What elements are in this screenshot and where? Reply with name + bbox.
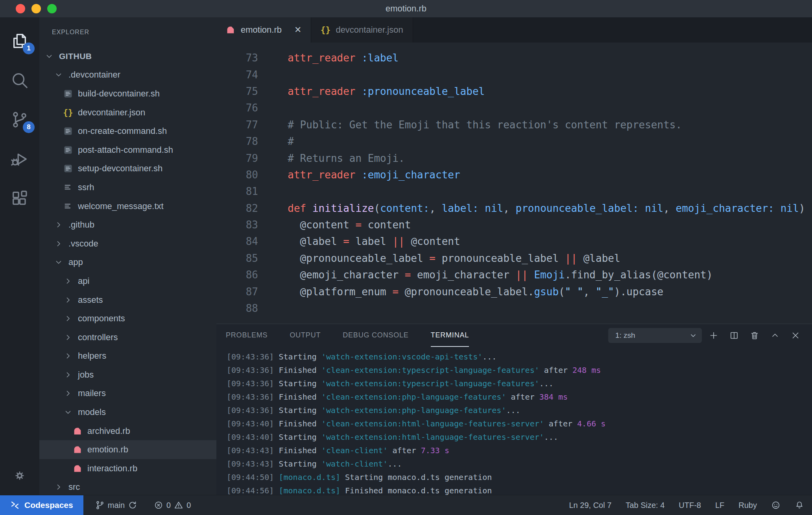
bell-icon	[795, 500, 804, 510]
panel-tab-output[interactable]: OUTPUT	[290, 324, 321, 347]
tree-item-build-devcontainer-sh[interactable]: build-devcontainer.sh	[39, 84, 216, 103]
terminal-select-value: 1: zsh	[615, 331, 688, 340]
tree-item-controllers[interactable]: controllers	[39, 328, 216, 347]
tree-item-ssrh[interactable]: ssrh	[39, 178, 216, 197]
tree-item-github[interactable]: GITHUB	[39, 47, 216, 66]
terminal-select[interactable]: 1: zsh	[608, 328, 702, 343]
code-text: @label = label || @content	[275, 235, 460, 247]
code-text: #	[275, 135, 294, 147]
tree-item-welcome-message-txt[interactable]: welcome_message.txt	[39, 197, 216, 216]
ruby-icon	[73, 464, 82, 473]
tab-label: devcontainer.json	[336, 25, 403, 35]
code-line-82: 82 def initialize(content:, label: nil, …	[216, 200, 812, 217]
tree-item-devcontainer-json[interactable]: {}devcontainer.json	[39, 103, 216, 122]
tree-item-post-attach-command-sh[interactable]: post-attach-command.sh	[39, 141, 216, 159]
tree-item-helpers[interactable]: helpers	[39, 347, 216, 366]
line-number: 81	[216, 185, 258, 197]
activity-extensions-button[interactable]	[7, 186, 32, 211]
tree-item-interaction-rb[interactable]: interaction.rb	[39, 459, 216, 478]
activity-source-control-button[interactable]: 8	[7, 107, 32, 132]
file-tree: GITHUB.devcontainerbuild-devcontainer.sh…	[39, 47, 216, 495]
notifications-bell-button[interactable]	[795, 500, 804, 510]
tree-item-label: welcome_message.txt	[78, 201, 164, 211]
tree-item-models[interactable]: models	[39, 403, 216, 422]
editor-group: emotion.rb ✕ {} devcontainer.json 73 att…	[216, 17, 812, 495]
minimize-window-button[interactable]	[31, 4, 41, 13]
tree-item-components[interactable]: components	[39, 309, 216, 328]
tree-item--devcontainer[interactable]: .devcontainer	[39, 66, 216, 85]
maximize-panel-button[interactable]	[766, 327, 784, 344]
terminal-output[interactable]: [09:43:36] Starting 'watch-extension:vsc…	[216, 347, 812, 495]
tree-item-label: assets	[78, 295, 103, 305]
code-line-76: 76	[216, 100, 812, 116]
line-number: 80	[216, 169, 258, 181]
tree-item-label: GITHUB	[59, 52, 92, 61]
activity-explorer-button[interactable]: 1	[7, 28, 32, 54]
remote-icon	[10, 500, 20, 510]
terminal-line: [09:43:36] Starting 'watch-extension:vsc…	[227, 350, 812, 363]
cursor-position[interactable]: Ln 29, Col 7	[569, 501, 611, 510]
eol-indicator[interactable]: LF	[715, 501, 724, 510]
branch-status[interactable]: main	[95, 500, 137, 510]
workbench: 18 EXPLORER GITHUB.devcontainerbuild-dev…	[0, 17, 812, 495]
language-indicator[interactable]: Ruby	[738, 501, 757, 510]
new-terminal-button[interactable]	[705, 327, 722, 344]
code-text: # Public: Get the Emoji that this reacti…	[275, 119, 682, 131]
tab-emotion-rb[interactable]: emotion.rb ✕	[216, 17, 311, 43]
tree-item-emotion-rb[interactable]: emotion.rb	[39, 440, 216, 459]
tree-item-app[interactable]: app	[39, 253, 216, 272]
panel-tab-problems[interactable]: PROBLEMS	[226, 324, 268, 347]
code-text: attr_reader :emoji_character	[275, 169, 460, 181]
tree-item-setup-devcontainer-sh[interactable]: setup-devcontainer.sh	[39, 159, 216, 178]
tree-item-on-create-command-sh[interactable]: on-create-command.sh	[39, 122, 216, 141]
panel-tab-debug-console[interactable]: DEBUG CONSOLE	[343, 324, 408, 347]
tree-item-assets[interactable]: assets	[39, 291, 216, 309]
maximize-window-button[interactable]	[47, 4, 57, 13]
codespaces-remote-indicator[interactable]: Codespaces	[0, 495, 83, 515]
problems-status[interactable]: 0 0	[154, 500, 191, 510]
tree-item-mailers[interactable]: mailers	[39, 384, 216, 403]
close-tab-icon[interactable]: ✕	[294, 25, 301, 35]
terminal-line: [09:43:43] Starting 'watch-client'...	[227, 457, 812, 471]
terminal-line: [09:43:43] Finished 'clean-client' after…	[227, 444, 812, 457]
encoding-indicator[interactable]: UTF-8	[679, 501, 701, 510]
tree-item-label: post-attach-command.sh	[78, 145, 173, 155]
kill-terminal-button[interactable]	[746, 327, 763, 344]
tree-item-archived-rb[interactable]: archived.rb	[39, 422, 216, 441]
code-text: @platform_enum = @pronounceable_label.gs…	[275, 286, 663, 298]
tree-item--github[interactable]: .github	[39, 215, 216, 234]
activity-search-button[interactable]	[7, 68, 32, 93]
tree-item-jobs[interactable]: jobs	[39, 365, 216, 384]
activity-run-debug-button[interactable]	[7, 146, 32, 172]
file-lines-icon	[63, 183, 73, 192]
tab-devcontainer-json[interactable]: {} devcontainer.json	[311, 17, 413, 43]
tree-item-label: helpers	[78, 351, 106, 361]
file-lines-icon	[63, 202, 73, 211]
code-line-85: 85 @pronounceable_label = pronounceable_…	[216, 250, 812, 267]
settings-button[interactable]	[7, 463, 32, 488]
tree-item-src[interactable]: src	[39, 478, 216, 495]
code-line-79: 79 # Returns an Emoji.	[216, 150, 812, 166]
tree-item-label: interaction.rb	[87, 463, 137, 474]
line-number: 85	[216, 252, 258, 264]
close-panel-button[interactable]	[787, 327, 804, 344]
window-title: emotion.rb	[386, 4, 426, 14]
code-line-75: 75 attr_reader :pronounceable_label	[216, 83, 812, 100]
code-text: attr_reader :pronounceable_label	[275, 85, 485, 97]
status-bar: Codespaces main 0 0 Ln 29, Col 7 Tab Siz…	[0, 495, 812, 515]
chevron-down-icon	[63, 408, 73, 417]
close-window-button[interactable]	[16, 4, 25, 13]
panel-tab-terminal[interactable]: TERMINAL	[431, 324, 469, 347]
chevron-right-icon	[63, 370, 73, 380]
split-terminal-button[interactable]	[725, 327, 743, 344]
line-number: 86	[216, 269, 258, 281]
tree-item-api[interactable]: api	[39, 272, 216, 291]
chevron-right-icon	[63, 314, 73, 323]
code-line-87: 87 @platform_enum = @pronounceable_label…	[216, 283, 812, 300]
feedback-smiley-button[interactable]	[771, 500, 781, 510]
code-editor[interactable]: 73 attr_reader :label7475 attr_reader :p…	[216, 43, 812, 324]
tab-size-indicator[interactable]: Tab Size: 4	[626, 501, 664, 510]
code-line-73: 73 attr_reader :label	[216, 50, 812, 66]
tree-item--vscode[interactable]: .vscode	[39, 234, 216, 253]
tree-item-label: archived.rb	[87, 426, 130, 436]
